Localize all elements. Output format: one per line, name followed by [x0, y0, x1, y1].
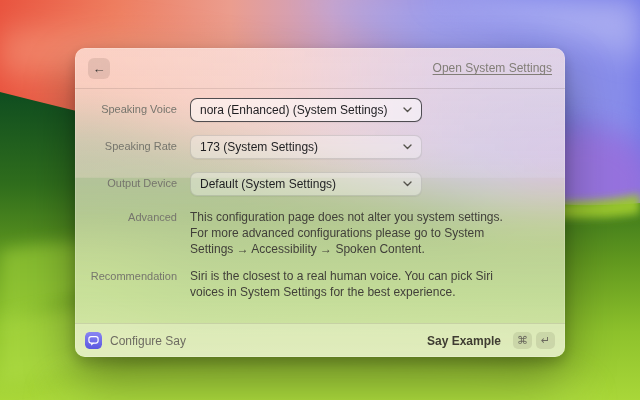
info-text: Siri is the closest to a real human voic…: [190, 268, 504, 300]
chevron-down-icon: [403, 144, 412, 150]
speaking-rate-dropdown[interactable]: 173 (System Settings): [190, 135, 422, 159]
field-row-output-device: Output Device Default (System Settings): [75, 172, 552, 196]
window-footer: Configure Say Say Example ⌘ ↵: [75, 323, 565, 357]
info-row-advanced: Advanced This configuration page does no…: [75, 209, 552, 257]
form-content: Speaking Voice nora (Enhanced) (System S…: [75, 89, 565, 323]
field-row-speaking-voice: Speaking Voice nora (Enhanced) (System S…: [75, 98, 552, 122]
dropdown-value: Default (System Settings): [200, 177, 336, 191]
say-app-icon: [85, 332, 102, 349]
app-name: Configure Say: [110, 334, 186, 348]
footer-actions: Say Example ⌘ ↵: [427, 332, 555, 349]
open-system-settings-link[interactable]: Open System Settings: [433, 61, 552, 75]
info-label: Recommendation: [75, 268, 190, 283]
say-example-button[interactable]: Say Example: [427, 334, 501, 348]
dropdown-value: 173 (System Settings): [200, 140, 318, 154]
field-row-speaking-rate: Speaking Rate 173 (System Settings): [75, 135, 552, 159]
info-text: This configuration page does not alter y…: [190, 209, 504, 257]
app-chip: Configure Say: [85, 332, 186, 349]
chevron-down-icon: [403, 181, 412, 187]
info-label: Advanced: [75, 209, 190, 224]
back-button[interactable]: ←: [88, 58, 110, 79]
info-row-recommendation: Recommendation Siri is the closest to a …: [75, 268, 552, 300]
output-device-dropdown[interactable]: Default (System Settings): [190, 172, 422, 196]
field-label: Speaking Rate: [75, 140, 190, 153]
back-arrow-icon: ←: [93, 62, 106, 75]
chevron-down-icon: [403, 107, 412, 113]
dropdown-value: nora (Enhanced) (System Settings): [200, 103, 387, 117]
field-label: Output Device: [75, 177, 190, 190]
speaking-voice-dropdown[interactable]: nora (Enhanced) (System Settings): [190, 98, 422, 122]
command-key-icon: ⌘: [513, 332, 532, 349]
window-header: ← Open System Settings: [75, 48, 565, 89]
return-key-icon: ↵: [536, 332, 555, 349]
field-label: Speaking Voice: [75, 103, 190, 116]
configure-say-window: ← Open System Settings Speaking Voice no…: [75, 48, 565, 357]
